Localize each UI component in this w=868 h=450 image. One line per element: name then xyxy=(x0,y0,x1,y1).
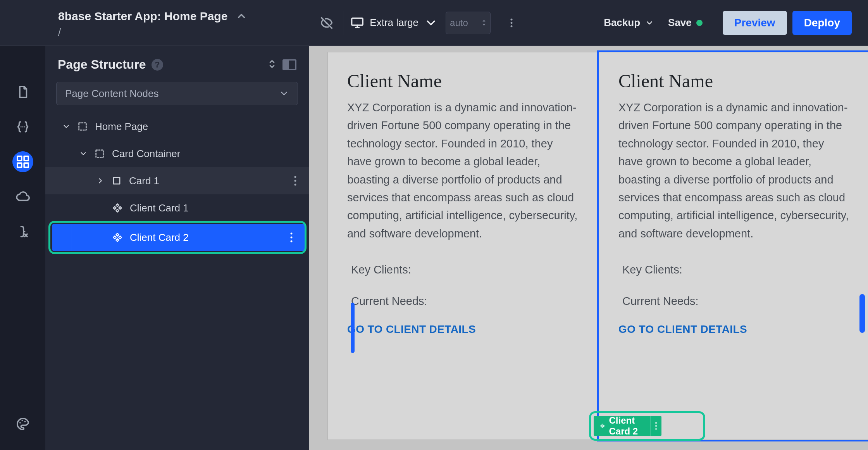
tree-label: Client Card 2 xyxy=(130,232,189,244)
backup-menu[interactable]: Backup xyxy=(604,17,654,29)
tree-label: Card 1 xyxy=(129,175,159,187)
component-icon xyxy=(110,230,124,244)
selection-tag-more-icon[interactable] xyxy=(650,416,661,436)
sidebar-title: Page Structure xyxy=(58,57,146,72)
save-status-dot-icon xyxy=(696,20,703,26)
selection-tag[interactable]: Client Card 2 xyxy=(594,416,661,436)
tree-guide-line xyxy=(72,224,72,251)
svg-point-3 xyxy=(511,25,513,27)
layout-toggle-icon[interactable] xyxy=(282,59,296,70)
tree-guide-line xyxy=(72,167,72,194)
chevron-down-icon[interactable] xyxy=(78,148,89,159)
selection-tag-label: Client Card 2 xyxy=(609,415,644,437)
tree-guide-line xyxy=(89,224,89,251)
canvas-scrollbar[interactable] xyxy=(859,294,865,333)
card-body: XYZ Corporation is a dynamic and innovat… xyxy=(618,99,849,242)
deploy-button[interactable]: Deploy xyxy=(792,11,852,35)
tree-node-card-1[interactable]: Card 1 xyxy=(45,167,309,194)
chevron-down-icon xyxy=(645,18,654,28)
card-key-clients: Key Clients: xyxy=(622,263,849,276)
app-title[interactable]: 8base Starter App: Home Page xyxy=(58,10,227,23)
nav-theme-icon[interactable] xyxy=(12,414,33,434)
svg-point-23 xyxy=(655,422,657,424)
backup-label: Backup xyxy=(604,17,640,29)
nav-pages-icon[interactable] xyxy=(12,81,33,102)
nodes-filter-label: Page Content Nodes xyxy=(65,88,158,100)
card-title: Client Name xyxy=(618,70,849,92)
chevron-right-icon[interactable] xyxy=(95,175,106,186)
client-details-link[interactable]: GO TO CLIENT DETAILS xyxy=(618,323,849,336)
chevron-down-icon[interactable] xyxy=(61,121,72,132)
expand-collapse-icon[interactable] xyxy=(266,58,278,71)
card-current-needs: Current Needs: xyxy=(622,295,849,308)
chevron-down-icon xyxy=(424,16,438,30)
svg-point-21 xyxy=(291,237,293,239)
svg-rect-15 xyxy=(96,150,103,158)
sidebar-scrollbar[interactable] xyxy=(351,303,355,353)
dimension-stepper[interactable]: auto xyxy=(446,12,491,34)
stepper-arrows-icon[interactable] xyxy=(482,18,486,28)
card-body: XYZ Corporation is a dynamic and innovat… xyxy=(347,99,578,242)
preview-label: Preview xyxy=(734,17,775,29)
tree-node-client-card-1[interactable]: Client Card 1 xyxy=(45,194,309,222)
preview-button[interactable]: Preview xyxy=(723,11,787,35)
nav-braces-icon[interactable] xyxy=(12,116,33,137)
canvas-card-2[interactable]: Client Name XYZ Corporation is a dynamic… xyxy=(599,52,868,440)
canvas-card-1[interactable]: Client Name XYZ Corporation is a dynamic… xyxy=(327,52,598,440)
tree-guide-line xyxy=(89,167,89,194)
row-more-icon[interactable] xyxy=(289,172,301,190)
svg-point-2 xyxy=(511,22,513,24)
viewport-label: Extra large xyxy=(370,17,418,29)
tree-guide-line xyxy=(89,194,89,222)
help-icon[interactable]: ? xyxy=(152,59,163,71)
tree-node-home-page[interactable]: Home Page xyxy=(45,113,309,140)
header-more-icon[interactable] xyxy=(502,14,521,32)
tree-label: Client Card 1 xyxy=(130,202,189,214)
deploy-label: Deploy xyxy=(804,17,840,29)
client-details-link[interactable]: GO TO CLIENT DETAILS xyxy=(347,323,578,336)
svg-point-19 xyxy=(294,184,296,186)
tree-node-card-container[interactable]: Card Container xyxy=(45,140,309,167)
save-button[interactable]: Save xyxy=(668,17,703,29)
nav-functions-icon[interactable] xyxy=(12,221,33,242)
tree-node-client-card-2[interactable]: Client Card 2 xyxy=(52,224,305,251)
tree-label: Card Container xyxy=(112,148,180,160)
svg-rect-9 xyxy=(24,156,28,161)
nodes-filter-select[interactable]: Page Content Nodes xyxy=(56,82,298,105)
separator xyxy=(343,11,343,35)
svg-point-18 xyxy=(294,180,296,182)
title-block: 8base Starter App: Home Page / xyxy=(58,7,251,38)
visibility-off-icon[interactable] xyxy=(317,14,336,32)
frame-dashed-icon xyxy=(93,147,107,161)
title-caret-icon[interactable] xyxy=(232,7,251,26)
svg-point-12 xyxy=(21,420,23,421)
viewport-selector[interactable]: Extra large xyxy=(350,16,438,30)
svg-point-4 xyxy=(20,126,21,127)
component-icon xyxy=(110,201,124,215)
frame-dashed-icon xyxy=(76,119,90,133)
component-icon xyxy=(600,422,605,430)
svg-point-5 xyxy=(22,126,23,127)
svg-point-22 xyxy=(291,241,293,242)
square-icon xyxy=(110,174,124,188)
svg-rect-10 xyxy=(24,163,28,167)
tree: Home Page Card Container xyxy=(45,111,309,253)
row-more-icon[interactable] xyxy=(286,228,297,246)
monitor-icon xyxy=(350,16,364,30)
svg-rect-14 xyxy=(79,123,86,130)
canvas[interactable]: Client Name XYZ Corporation is a dynamic… xyxy=(309,46,868,450)
svg-rect-8 xyxy=(17,163,21,167)
chevron-down-icon xyxy=(279,88,289,99)
nav-cloud-icon[interactable] xyxy=(12,186,33,207)
card-key-clients: Key Clients: xyxy=(351,263,578,276)
svg-point-20 xyxy=(291,233,293,235)
svg-rect-16 xyxy=(114,178,120,184)
svg-point-24 xyxy=(655,425,657,427)
page-structure-panel: Page Structure ? Page Content Nodes xyxy=(45,46,309,450)
tree-guide-line xyxy=(72,140,72,167)
svg-rect-7 xyxy=(17,156,21,161)
card-current-needs: Current Needs: xyxy=(351,295,578,308)
separator xyxy=(528,11,528,35)
nav-structure-icon[interactable] xyxy=(12,151,33,172)
svg-rect-0 xyxy=(352,18,363,25)
